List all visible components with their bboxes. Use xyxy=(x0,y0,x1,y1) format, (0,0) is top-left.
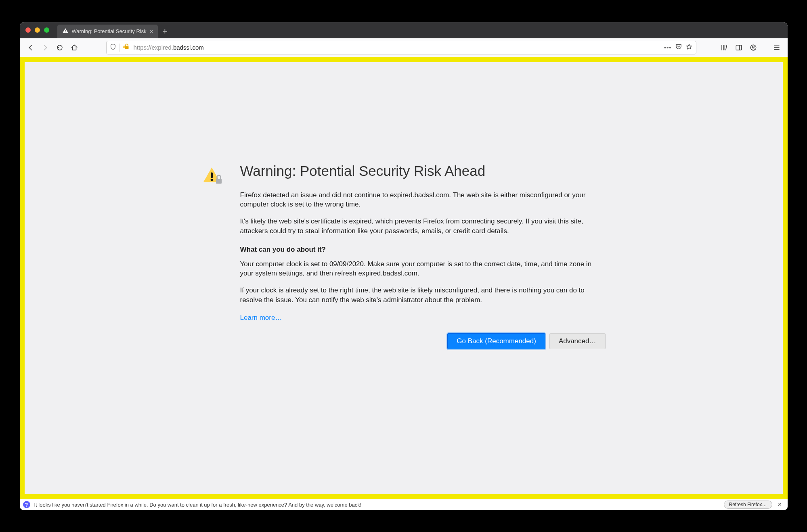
url-prefix: https:// xyxy=(134,44,152,51)
separator xyxy=(119,44,120,52)
error-subheading: What can you do about it? xyxy=(240,246,606,254)
library-icon[interactable] xyxy=(717,41,731,54)
error-body: Warning: Potential Security Risk Ahead F… xyxy=(240,163,606,349)
svg-rect-2 xyxy=(125,46,128,49)
error-paragraph-3: Your computer clock is set to 09/09/2020… xyxy=(240,259,606,279)
svg-point-6 xyxy=(752,46,754,48)
new-tab-button[interactable]: + xyxy=(158,25,172,38)
forward-button xyxy=(38,41,52,54)
page-frame: Warning: Potential Security Risk Ahead F… xyxy=(20,57,788,499)
tab-active[interactable]: Warning: Potential Security Risk × xyxy=(57,25,158,38)
svg-rect-3 xyxy=(736,45,742,50)
window-close-button[interactable] xyxy=(25,27,31,33)
error-container: Warning: Potential Security Risk Ahead F… xyxy=(202,62,606,349)
tab-close-button[interactable]: × xyxy=(150,28,153,35)
url-host: badssl.com xyxy=(173,44,204,51)
pocket-icon[interactable] xyxy=(675,43,682,52)
error-title: Warning: Potential Security Risk Ahead xyxy=(240,163,606,179)
window-minimize-button[interactable] xyxy=(35,27,40,33)
svg-rect-1 xyxy=(65,32,65,32)
warning-icon xyxy=(62,27,69,35)
account-icon[interactable] xyxy=(746,41,760,54)
nav-toolbar: https://expired.badssl.com ••• xyxy=(20,38,788,57)
lock-warning-icon[interactable] xyxy=(123,43,130,52)
svg-rect-10 xyxy=(211,172,213,178)
svg-point-11 xyxy=(210,179,213,181)
page-actions-icon[interactable]: ••• xyxy=(664,44,672,51)
tab-title: Warning: Potential Security Risk xyxy=(72,28,147,34)
error-paragraph-2: It's likely the web site's certificate i… xyxy=(240,217,606,236)
titlebar: Warning: Potential Security Risk × + xyxy=(20,22,788,38)
back-button[interactable] xyxy=(24,41,38,54)
tab-strip: Warning: Potential Security Risk × + xyxy=(57,22,172,38)
learn-more-link[interactable]: Learn more… xyxy=(240,314,282,322)
notification-close-button[interactable]: × xyxy=(776,501,784,509)
button-row: Go Back (Recommended) Advanced… xyxy=(240,333,606,349)
error-paragraph-4: If your clock is already set to the righ… xyxy=(240,286,606,305)
refresh-firefox-button[interactable]: Refresh Firefox… xyxy=(724,501,772,509)
question-icon: ? xyxy=(23,501,30,508)
sidebar-icon[interactable] xyxy=(732,41,746,54)
shield-icon[interactable] xyxy=(110,44,116,51)
window-buttons xyxy=(25,27,49,33)
notification-bar: ? It looks like you haven't started Fire… xyxy=(20,499,788,510)
browser-window: Warning: Potential Security Risk × + xyxy=(20,22,788,510)
reload-button[interactable] xyxy=(53,41,67,54)
advanced-button[interactable]: Advanced… xyxy=(549,333,606,349)
url-bar[interactable]: https://expired.badssl.com ••• xyxy=(106,41,696,54)
svg-rect-0 xyxy=(65,30,65,31)
home-button[interactable] xyxy=(67,41,81,54)
svg-rect-12 xyxy=(216,179,222,184)
menu-icon[interactable] xyxy=(770,41,784,54)
notification-message: It looks like you haven't started Firefo… xyxy=(34,502,720,508)
error-icon xyxy=(202,163,228,349)
url-text: https://expired.badssl.com xyxy=(134,44,661,51)
bookmark-icon[interactable] xyxy=(685,43,693,52)
error-paragraph-1: Firefox detected an issue and did not co… xyxy=(240,190,606,210)
go-back-button[interactable]: Go Back (Recommended) xyxy=(447,333,545,349)
page-content: Warning: Potential Security Risk Ahead F… xyxy=(25,62,783,494)
window-maximize-button[interactable] xyxy=(44,27,49,33)
right-toolbar-icons xyxy=(717,41,784,54)
url-sub: expired. xyxy=(152,44,173,51)
